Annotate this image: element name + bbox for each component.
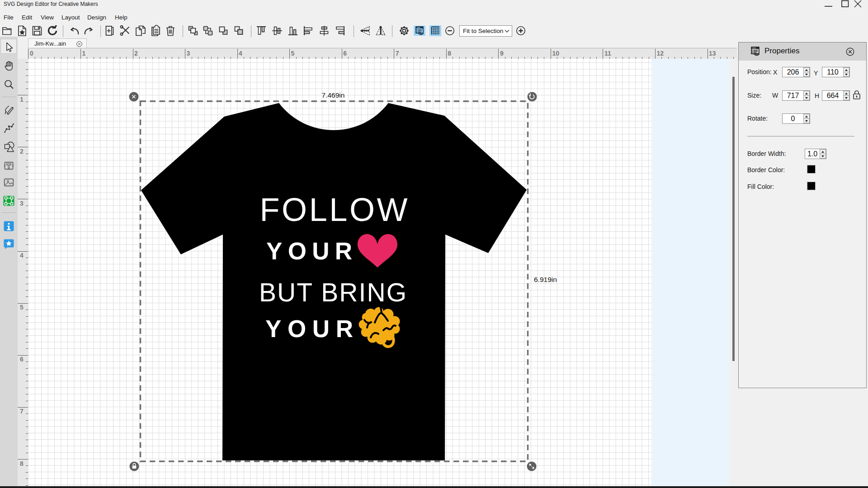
- svg-text:13: 13: [709, 50, 716, 57]
- svg-text:1: 1: [20, 96, 24, 103]
- svg-text:0: 0: [30, 50, 33, 57]
- svg-text:12: 12: [657, 50, 664, 57]
- svg-text:3: 3: [187, 50, 190, 57]
- svg-text:8: 8: [448, 50, 451, 57]
- svg-text:4: 4: [239, 50, 242, 57]
- svg-text:6: 6: [20, 356, 24, 363]
- svg-text:9: 9: [500, 50, 504, 57]
- svg-text:8: 8: [20, 460, 24, 467]
- svg-text:6: 6: [343, 50, 347, 57]
- svg-text:5: 5: [20, 304, 24, 311]
- svg-text:4: 4: [20, 252, 24, 259]
- svg-text:10: 10: [552, 50, 559, 57]
- svg-text:2: 2: [20, 148, 24, 155]
- svg-text:2: 2: [134, 50, 138, 57]
- svg-text:1: 1: [82, 50, 86, 57]
- svg-text:11: 11: [604, 50, 611, 57]
- svg-text:5: 5: [291, 50, 295, 57]
- svg-text:3: 3: [20, 200, 24, 207]
- svg-text:7: 7: [396, 50, 399, 57]
- svg-text:7: 7: [20, 408, 24, 415]
